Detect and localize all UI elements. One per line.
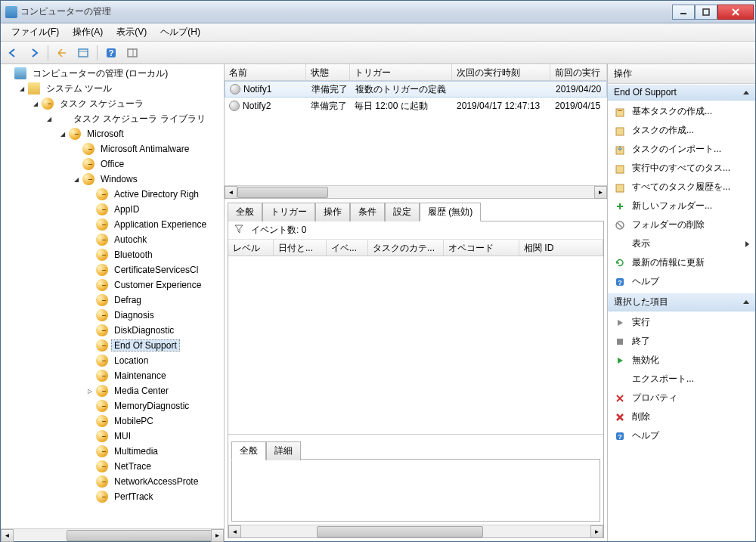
action--[interactable]: タスクのインポート... — [608, 140, 755, 159]
col-last[interactable]: 前回の実行 — [550, 64, 607, 80]
expander-icon[interactable] — [4, 69, 13, 78]
tree-node-perftrack[interactable]: PerfTrack — [1, 489, 224, 504]
action--[interactable]: 無効化 — [608, 351, 755, 370]
expander-icon[interactable] — [72, 144, 81, 153]
col-trigger[interactable]: トリガー — [350, 64, 452, 80]
menu-action[interactable]: 操作(A) — [67, 24, 109, 40]
panel-button[interactable] — [123, 44, 141, 62]
tab-conditions[interactable]: 条件 — [350, 203, 385, 221]
tree-node-certificateservicescl[interactable]: CertificateServicesCl — [1, 262, 224, 277]
detail-hscroll[interactable]: ◄ ► — [228, 525, 603, 537]
action--[interactable]: エクスポート... — [608, 370, 755, 389]
hcol-level[interactable]: レベル — [228, 240, 274, 256]
tree-node-active-directory-righ[interactable]: Active Directory Righ — [1, 187, 224, 202]
action--[interactable]: 基本タスクの作成... — [608, 102, 755, 121]
expander-icon[interactable] — [72, 160, 81, 169]
tab-history[interactable]: 履歴 (無効) — [420, 203, 481, 221]
help-icon[interactable]: ? — [102, 44, 120, 62]
hcol-category[interactable]: タスクのカテ... — [368, 240, 444, 256]
tree-node-media-center[interactable]: ▷Media Center — [1, 383, 224, 398]
tree-node-multimedia[interactable]: Multimedia — [1, 444, 224, 459]
expander-icon[interactable] — [85, 341, 94, 350]
tree-node-maintenance[interactable]: Maintenance — [1, 368, 224, 383]
action--[interactable]: 表示 — [608, 234, 755, 253]
hcol-event[interactable]: イベ... — [327, 240, 368, 256]
action--[interactable]: 実行中のすべてのタス... — [608, 159, 755, 178]
action--[interactable]: フォルダーの削除 — [608, 215, 755, 234]
tree-antimalware[interactable]: Microsoft Antimalware — [1, 141, 224, 156]
close-button[interactable] — [717, 5, 754, 20]
tree-hscroll[interactable]: ◄ ► — [1, 528, 224, 541]
expander-icon[interactable] — [85, 417, 94, 426]
menu-view[interactable]: 表示(V) — [110, 24, 153, 40]
bottab-detail[interactable]: 詳細 — [266, 441, 301, 460]
action--[interactable]: ?ヘルプ — [608, 426, 755, 445]
expander-icon[interactable] — [85, 371, 94, 380]
tree-microsoft[interactable]: ◢Microsoft — [1, 126, 224, 141]
col-name[interactable]: 名前 — [225, 64, 306, 80]
tree-windows[interactable]: ◢Windows — [1, 172, 224, 187]
tree-office[interactable]: Office — [1, 156, 224, 172]
expander-icon[interactable] — [85, 462, 94, 471]
menu-file[interactable]: ファイル(F) — [5, 24, 65, 40]
action--[interactable]: 新しいフォルダー... — [608, 197, 755, 215]
tab-general[interactable]: 全般 — [228, 203, 262, 221]
tree-node-mui[interactable]: MUI — [1, 429, 224, 444]
tree-node-nettrace[interactable]: NetTrace — [1, 459, 224, 474]
tree-task-library[interactable]: ◢タスク スケジューラ ライブラリ — [1, 111, 224, 126]
bottab-general[interactable]: 全般 — [231, 441, 266, 460]
tree[interactable]: コンピューターの管理 (ローカル)◢システム ツール◢タスク スケジューラ◢タス… — [1, 64, 224, 528]
task-row[interactable]: Notify2準備完了毎日 12:00 に起動2019/04/17 12:47:… — [225, 98, 607, 114]
action--[interactable]: 最新の情報に更新 — [608, 253, 755, 272]
expander-icon[interactable] — [85, 280, 94, 290]
tree-node-appid[interactable]: AppID — [1, 202, 224, 217]
forward-button[interactable] — [25, 44, 43, 62]
expander-icon[interactable] — [85, 356, 94, 365]
tab-actions[interactable]: 操作 — [315, 203, 350, 221]
expander-icon[interactable] — [85, 205, 94, 214]
tree-node-memorydiagnostic[interactable]: MemoryDiagnostic — [1, 398, 224, 413]
action--[interactable]: タスクの作成... — [608, 121, 755, 140]
action-section-2[interactable]: 選択した項目 — [608, 293, 755, 311]
tree-node-defrag[interactable]: Defrag — [1, 293, 224, 308]
expander-icon[interactable]: ◢ — [17, 84, 26, 93]
expander-icon[interactable] — [85, 296, 94, 305]
tree-node-customer-experience[interactable]: Customer Experience — [1, 277, 224, 293]
up-button[interactable] — [53, 44, 71, 62]
expander-icon[interactable] — [85, 477, 94, 486]
expander-icon[interactable] — [85, 235, 94, 244]
expander-icon[interactable]: ◢ — [45, 114, 54, 123]
tree-node-diagnosis[interactable]: Diagnosis — [1, 308, 224, 323]
menu-help[interactable]: ヘルプ(H) — [154, 24, 206, 40]
tree-node-diskdiagnostic[interactable]: DiskDiagnostic — [1, 323, 224, 338]
tree-node-autochk[interactable]: Autochk — [1, 232, 224, 247]
tree-node-mobilepc[interactable]: MobilePC — [1, 413, 224, 429]
expander-icon[interactable]: ▷ — [85, 386, 94, 395]
tree-node-networkaccessprote[interactable]: NetworkAccessProte — [1, 474, 224, 489]
tree-node-end-of-support[interactable]: End Of Support — [1, 338, 224, 353]
action--[interactable]: プロパティ — [608, 389, 755, 407]
expander-icon[interactable] — [85, 492, 94, 501]
filter-icon[interactable] — [234, 225, 243, 236]
tab-settings[interactable]: 設定 — [385, 203, 420, 221]
tree-node-location[interactable]: Location — [1, 353, 224, 368]
expander-icon[interactable] — [85, 190, 94, 199]
maximize-button[interactable] — [695, 5, 717, 20]
expander-icon[interactable] — [85, 401, 94, 410]
tree-root[interactable]: コンピューターの管理 (ローカル) — [1, 66, 224, 81]
action--[interactable]: すべてのタスク履歴を... — [608, 178, 755, 197]
col-status[interactable]: 状態 — [306, 64, 350, 80]
expander-icon[interactable]: ◢ — [58, 129, 67, 138]
expander-icon[interactable] — [85, 265, 94, 274]
hcol-date[interactable]: 日付と... — [274, 240, 327, 256]
col-next[interactable]: 次回の実行時刻 — [452, 64, 550, 80]
expander-icon[interactable]: ◢ — [31, 99, 40, 108]
tree-node-bluetooth[interactable]: Bluetooth — [1, 247, 224, 262]
hcol-corr[interactable]: 相関 ID — [519, 240, 603, 256]
expander-icon[interactable] — [85, 326, 94, 335]
expander-icon[interactable] — [85, 447, 94, 456]
task-row[interactable]: Notify1準備完了複数のトリガーの定義2019/04/20 — [225, 81, 607, 98]
expander-icon[interactable] — [85, 250, 94, 259]
action--[interactable]: 終了 — [608, 332, 755, 351]
tree-system-tools[interactable]: ◢システム ツール — [1, 81, 224, 96]
